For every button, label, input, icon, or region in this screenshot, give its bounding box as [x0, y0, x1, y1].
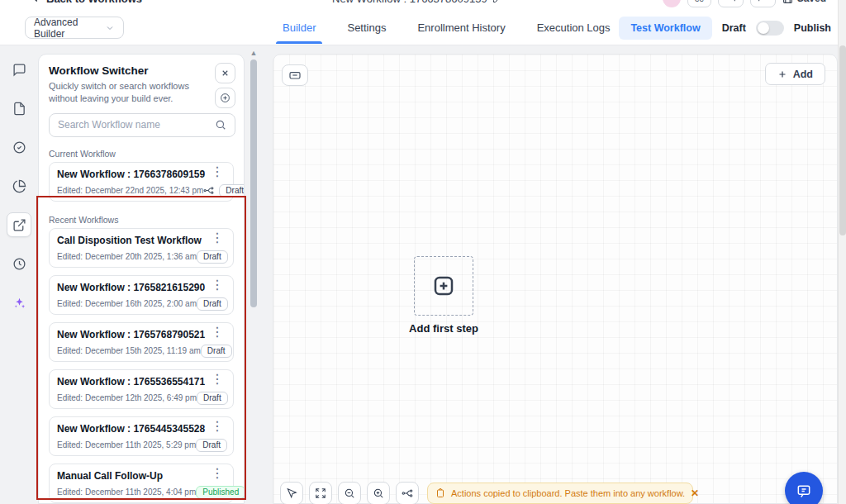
cc-button[interactable]: cc — [687, 0, 711, 7]
chevron-down-icon — [105, 23, 115, 33]
publish-toggle[interactable] — [756, 21, 784, 36]
search-workflow-input[interactable] — [49, 113, 235, 137]
panel-subtitle: Quickly switch or search workflows witho… — [49, 80, 197, 105]
ai-sparkles-icon[interactable] — [7, 290, 31, 315]
status-badge: Draft — [197, 392, 228, 405]
tab-bar: Builder Settings Enrollment History Exec… — [281, 10, 612, 45]
workflow-title: New Workflow : 1766378609159 — [332, 0, 530, 5]
clipboard-icon — [435, 488, 445, 498]
recent-workflow-card[interactable]: Manual Call Follow-Up⋮ Edited: December … — [49, 464, 234, 503]
status-badge: Published — [196, 486, 245, 499]
document-icon[interactable] — [7, 96, 31, 121]
recent-workflow-card[interactable]: New Workflow : 1765536554171⋮ Edited: De… — [49, 369, 234, 409]
workflow-card-edited: Edited: December 22nd 2025, 12:43 pm — [57, 186, 203, 195]
tab-execution-logs[interactable]: Execution Logs — [535, 12, 612, 44]
panel-title: Workflow Switcher — [49, 64, 234, 77]
toast-message: Actions copied to clipboard. Paste them … — [451, 488, 685, 498]
recent-workflow-card[interactable]: Call Disposition Test Workflow⋮ Edited: … — [49, 228, 234, 268]
scroll-up-arrow[interactable]: ▲ — [250, 49, 258, 57]
kebab-menu-icon[interactable]: ⋮ — [209, 235, 226, 241]
kebab-menu-icon[interactable]: ⋮ — [209, 329, 226, 335]
workflow-card-edited: Edited: December 15th 2025, 11:19 am — [57, 346, 201, 355]
back-to-workflows-link[interactable]: Back to Workflows — [30, 0, 142, 5]
kebab-menu-icon[interactable]: ⋮ — [209, 169, 226, 175]
status-badge: Draft — [196, 439, 227, 452]
status-badge: Draft — [201, 345, 232, 358]
saved-status: Saved — [782, 0, 826, 4]
comment-icon[interactable] — [7, 57, 31, 82]
clipboard-toast: Actions copied to clipboard. Paste them … — [427, 483, 693, 504]
recent-workflow-card[interactable]: New Workflow : 1765768790521⋮ Edited: De… — [49, 322, 234, 362]
avatar[interactable] — [663, 0, 681, 7]
workflow-card-title: New Workflow : 1766378609159 — [57, 169, 205, 180]
recent-workflows-label: Recent Workflows — [49, 215, 234, 225]
workflow-card-title: Manual Call Follow-Up — [57, 470, 163, 482]
workflow-canvas[interactable]: Add Add first step Actions copied to cli… — [273, 54, 838, 504]
add-workflow-button[interactable] — [215, 88, 235, 108]
workflow-card-edited: Edited: December 20th 2025, 1:36 am — [57, 252, 197, 261]
workflow-card-title: New Workflow : 1765445345528 — [57, 423, 205, 435]
builder-body: Workflow Switcher Quickly switch or sear… — [0, 45, 846, 504]
pie-chart-icon[interactable] — [7, 174, 31, 198]
plus-icon — [777, 69, 787, 79]
draft-label: Draft — [722, 22, 746, 34]
canvas-toolbar — [280, 482, 419, 504]
workflow-card-edited: Edited: December 12th 2025, 6:49 pm — [57, 393, 197, 402]
save-icon — [782, 0, 793, 4]
chat-fab-button[interactable] — [785, 472, 823, 504]
toast-close-icon[interactable]: ✕ — [691, 487, 699, 499]
kebab-menu-icon[interactable]: ⋮ — [209, 282, 226, 288]
recent-workflow-card[interactable]: New Workflow : 1765821615290⋮ Edited: De… — [49, 275, 234, 315]
auto-layout-icon[interactable] — [396, 482, 419, 504]
workflow-card-title: Call Disposition Test Workflow — [57, 235, 202, 246]
scrollbar-thumb[interactable] — [250, 59, 257, 307]
check-circle-icon[interactable] — [7, 135, 31, 159]
recent-workflow-card[interactable]: New Workflow : 1765445345528⋮ Edited: De… — [49, 416, 234, 456]
branch-icon — [203, 185, 214, 196]
redo-button[interactable] — [750, 0, 776, 7]
current-workflow-card[interactable]: New Workflow : 1766378609159 ⋮ Edited: D… — [49, 162, 234, 202]
external-link-icon[interactable] — [7, 212, 31, 237]
zoom-in-icon[interactable] — [367, 482, 390, 504]
workflow-card-edited: Edited: December 11th 2025, 4:04 pm — [57, 487, 196, 497]
panel-scrollbar[interactable]: ▲ — [250, 55, 257, 502]
tab-builder[interactable]: Builder — [281, 12, 317, 44]
add-first-step-label: Add first step — [394, 322, 493, 335]
left-icon-rail — [0, 45, 38, 504]
status-badge: Draft — [197, 297, 228, 311]
workflow-card-title: New Workflow : 1765768790521 — [57, 329, 205, 340]
publish-label: Publish — [794, 22, 831, 34]
page-scrollbar[interactable] — [838, 0, 846, 504]
back-label: Back to Workflows — [46, 0, 142, 5]
chevron-left-icon — [30, 0, 41, 4]
page-scrollbar-thumb[interactable] — [839, 45, 846, 235]
workflow-builder-app: Back to Workflows New Workflow : 1766378… — [0, 0, 846, 504]
history-icon[interactable] — [7, 251, 31, 276]
status-badge: Draft — [197, 250, 228, 264]
tab-enrollment-history[interactable]: Enrollment History — [416, 12, 506, 44]
kebab-menu-icon[interactable]: ⋮ — [209, 376, 226, 383]
current-workflow-label: Current Workflow — [49, 149, 234, 159]
workflow-card-edited: Edited: December 11th 2025, 5:29 pm — [57, 440, 196, 449]
builder-nav-bar: Advanced Builder Builder Settings Enroll… — [0, 10, 846, 45]
keyboard-shortcuts-button[interactable] — [282, 64, 308, 86]
close-panel-button[interactable] — [215, 63, 235, 83]
kebab-menu-icon[interactable]: ⋮ — [209, 423, 226, 430]
kebab-menu-icon[interactable]: ⋮ — [209, 470, 226, 477]
pointer-tool-icon[interactable] — [280, 482, 303, 504]
status-badge: Draft — [219, 184, 245, 197]
search-icon — [215, 119, 226, 131]
workflow-card-title: New Workflow : 1765821615290 — [57, 282, 205, 293]
undo-button[interactable] — [718, 0, 744, 7]
workflow-switcher-panel: Workflow Switcher Quickly switch or sear… — [38, 54, 245, 504]
fit-view-icon[interactable] — [309, 482, 332, 504]
tab-settings[interactable]: Settings — [345, 12, 387, 44]
add-step-button[interactable]: Add — [765, 63, 825, 85]
plus-square-icon — [431, 273, 456, 298]
builder-mode-select[interactable]: Advanced Builder — [25, 17, 124, 39]
workflow-card-edited: Edited: December 16th 2025, 2:00 am — [57, 299, 197, 308]
zoom-out-icon[interactable] — [338, 482, 361, 504]
edit-pencil-icon[interactable] — [492, 0, 502, 3]
test-workflow-button[interactable]: Test Workflow — [619, 17, 711, 40]
add-first-step-dropzone[interactable] — [414, 256, 473, 316]
